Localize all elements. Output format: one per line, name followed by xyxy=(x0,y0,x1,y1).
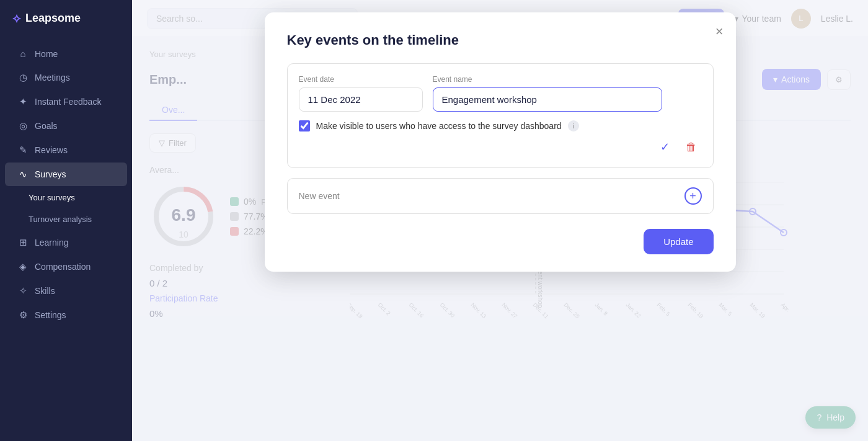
sidebar-item-surveys[interactable]: ∿ Surveys xyxy=(5,163,127,186)
sidebar-nav: ⌂ Home ◷ Meetings ✦ Instant Feedback ◎ G… xyxy=(0,37,132,441)
modal-footer: Update xyxy=(287,229,714,254)
visibility-checkbox[interactable] xyxy=(299,120,310,131)
info-icon[interactable]: i xyxy=(568,120,579,131)
update-button[interactable]: Update xyxy=(644,229,713,254)
skills-icon: ✧ xyxy=(17,285,29,296)
sidebar-item-label: Goals xyxy=(35,121,58,131)
sidebar-item-label: Home xyxy=(35,49,58,59)
sidebar-item-learning[interactable]: ⊞ Learning xyxy=(5,231,127,254)
sidebar-item-goals[interactable]: ◎ Goals xyxy=(5,114,127,138)
name-label: Event name xyxy=(433,75,662,84)
date-label: Event date xyxy=(299,75,423,84)
new-event-row[interactable]: New event + xyxy=(287,178,714,214)
main-area: Create ▾ Your team L Leslie L. Your surv… xyxy=(132,0,868,441)
logo-text: Leapsome xyxy=(25,12,81,25)
sidebar-item-label: Instant Feedback xyxy=(35,97,101,107)
date-field-group: Event date xyxy=(299,75,423,112)
goals-icon: ◎ xyxy=(17,120,29,131)
sidebar-item-label: Meetings xyxy=(35,73,70,82)
sidebar-item-label: Skills xyxy=(35,286,55,296)
sidebar-item-label: Compensation xyxy=(35,262,91,272)
settings-icon: ⚙ xyxy=(17,310,29,321)
event-fields: Event date Event name xyxy=(299,75,702,112)
surveys-icon: ∿ xyxy=(17,169,29,180)
add-event-icon: + xyxy=(684,187,702,205)
sidebar-item-skills[interactable]: ✧ Skills xyxy=(5,279,127,303)
sidebar-item-settings[interactable]: ⚙ Settings xyxy=(5,303,127,327)
key-events-modal: Key events on the timeline × Event date … xyxy=(265,12,736,272)
logo-icon: ⟡ xyxy=(12,11,20,25)
logo: ⟡ Leapsome xyxy=(0,0,132,37)
sub-item-label: Your surveys xyxy=(29,193,75,202)
compensation-icon: ◈ xyxy=(17,261,29,272)
modal-title: Key events on the timeline xyxy=(287,32,714,48)
sidebar-item-reviews[interactable]: ✎ Reviews xyxy=(5,138,127,162)
reviews-icon: ✎ xyxy=(17,145,29,156)
visibility-checkbox-row: Make visible to users who have access to… xyxy=(299,120,702,131)
learning-icon: ⊞ xyxy=(17,237,29,248)
visibility-label: Make visible to users who have access to… xyxy=(316,121,562,131)
sidebar: ⟡ Leapsome ⌂ Home ◷ Meetings ✦ Instant F… xyxy=(0,0,132,441)
sidebar-item-label: Learning xyxy=(35,238,69,247)
sidebar-item-label: Settings xyxy=(35,310,66,320)
sidebar-item-meetings[interactable]: ◷ Meetings xyxy=(5,66,127,89)
meetings-icon: ◷ xyxy=(17,72,29,83)
delete-event-button[interactable]: 🗑 xyxy=(681,138,702,156)
sidebar-item-your-surveys[interactable]: Your surveys xyxy=(5,187,127,208)
sub-item-label: Turnover analysis xyxy=(29,215,92,224)
sidebar-item-label: Surveys xyxy=(35,169,66,179)
event-actions: ✓ 🗑 xyxy=(299,138,702,156)
event-row: Event date Event name Make visible to us… xyxy=(287,63,714,168)
confirm-event-button[interactable]: ✓ xyxy=(655,138,675,156)
modal-close-button[interactable]: × xyxy=(715,25,724,38)
sidebar-item-home[interactable]: ⌂ Home xyxy=(5,42,127,65)
sidebar-item-label: Reviews xyxy=(35,145,68,155)
name-field-group: Event name xyxy=(433,75,662,112)
modal-backdrop: Key events on the timeline × Event date … xyxy=(132,0,868,441)
sidebar-item-instant-feedback[interactable]: ✦ Instant Feedback xyxy=(5,90,127,114)
sidebar-item-turnover-analysis[interactable]: Turnover analysis xyxy=(5,208,127,230)
sidebar-item-compensation[interactable]: ◈ Compensation xyxy=(5,255,127,278)
new-event-label: New event xyxy=(299,191,340,201)
event-name-input[interactable] xyxy=(433,87,662,112)
event-date-input[interactable] xyxy=(299,87,423,112)
feedback-icon: ✦ xyxy=(17,96,29,107)
home-icon: ⌂ xyxy=(17,48,29,59)
